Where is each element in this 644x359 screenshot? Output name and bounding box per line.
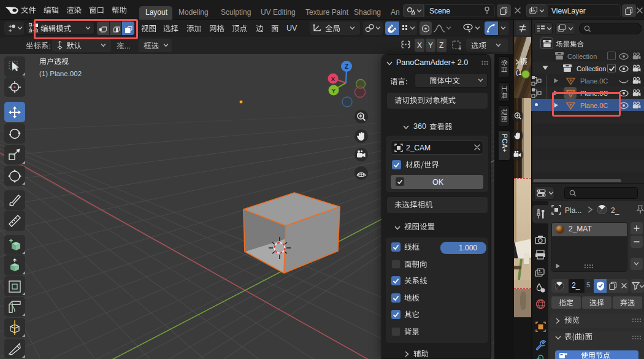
svg-text:Z: Z bbox=[345, 63, 348, 70]
svg-text:X: X bbox=[331, 75, 335, 82]
svg-text:Y: Y bbox=[332, 87, 336, 94]
